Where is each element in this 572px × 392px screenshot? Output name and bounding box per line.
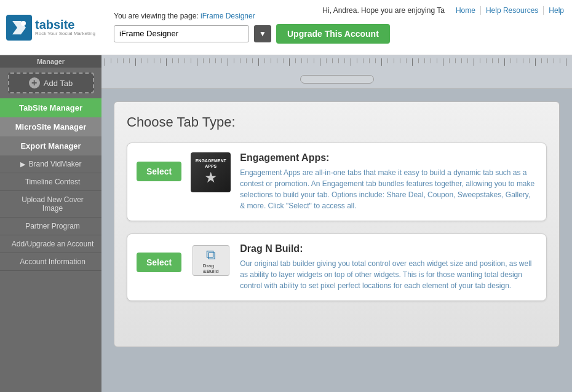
dragnbuild-card-desc: Our original tab builder giving you tota… [240, 258, 537, 291]
layout: Manager + Add Tab TabSite Manager MicroS… [0, 55, 572, 392]
sidebar-item-upload-cover[interactable]: Upload New Cover Image [0, 191, 101, 218]
ruler [101, 55, 572, 89]
add-tab-button[interactable]: + Add Tab [8, 73, 94, 93]
nav-home[interactable]: Home [451, 6, 481, 15]
sidebar-item-label: Upload New Cover Image [11, 195, 94, 213]
drag-icon-inner: ⧉ Drag&Build [193, 245, 229, 276]
video-icon: ▶ [20, 160, 25, 168]
page-select-row: iFrame Designer ▼ Upgrade This Account [114, 24, 560, 44]
logo-tagline: Rock Your Social Marketing [35, 31, 95, 36]
dropdown-arrow-button[interactable]: ▼ [254, 25, 271, 42]
nav-help[interactable]: Help [544, 6, 569, 15]
export-manager-button[interactable]: Export Manager [0, 136, 101, 155]
drag-icon: ⧉ Drag&Build [191, 243, 231, 277]
sidebar-item-add-upgrade-account[interactable]: Add/Upgrade an Account [0, 235, 101, 253]
header-right: Hi, Andrea. Hope you are enjoying Ta Hom… [322, 6, 572, 15]
logo-icon [6, 15, 32, 41]
content-area: Choose Tab Type: Select ENGAGEMENTAPPS ★… [101, 89, 572, 359]
svg-point-2 [21, 21, 26, 26]
sidebar-item-timeline-contest[interactable]: Timeline Contest [0, 173, 101, 191]
header-greeting: Hi, Andrea. Hope you are enjoying Ta [322, 6, 445, 15]
engagement-card-title: Engagement Apps: [240, 152, 537, 163]
sidebar-item-label: Partner Program [25, 222, 80, 230]
cursor-icon: ⧉ [206, 247, 216, 263]
sidebar-item-label: Timeline Contest [25, 178, 81, 186]
viewing-link[interactable]: iFrame Designer [201, 12, 255, 20]
dragnbuild-select-button[interactable]: Select [137, 253, 181, 272]
choose-tab-title: Choose Tab Type: [127, 114, 547, 130]
top-nav: Home Help Resources Help [451, 6, 569, 15]
sidebar-item-label: Brand VidMaker [29, 160, 82, 168]
main: Choose Tab Type: Select ENGAGEMENTAPPS ★… [101, 55, 572, 392]
drag-label: Drag&Build [203, 263, 219, 274]
microsite-manager-button[interactable]: MicroSite Manager [0, 117, 101, 136]
sidebar-item-account-information[interactable]: Account Information [0, 253, 101, 271]
sidebar-item-partner-program[interactable]: Partner Program [0, 218, 101, 235]
engagement-select-button[interactable]: Select [137, 162, 181, 181]
dragnbuild-card-content: Drag N Build: Our original tab builder g… [240, 243, 537, 291]
tabsite-manager-button[interactable]: TabSite Manager [0, 98, 101, 117]
ruler-ticks [101, 55, 572, 66]
engagement-select-col: Select [137, 152, 181, 181]
page-dropdown[interactable]: iFrame Designer [114, 25, 249, 42]
dragnbuild-select-col: Select [137, 243, 181, 272]
sidebar-item-label: Account Information [20, 257, 85, 266]
engagement-card-content: Engagement Apps: Engagement Apps are all… [240, 152, 537, 211]
header: tabsite Rock Your Social Marketing You a… [0, 0, 572, 55]
star-icon: ★ [204, 169, 218, 186]
sidebar-item-brand-vidmaker[interactable]: ▶ Brand VidMaker [0, 155, 101, 173]
engagement-card-desc: Engagement Apps are all-in-one tabs that… [240, 167, 537, 211]
dragnbuild-card-title: Drag N Build: [240, 243, 537, 254]
choose-tab-panel: Choose Tab Type: Select ENGAGEMENTAPPS ★… [114, 101, 560, 347]
logo-text: tabsite [35, 18, 95, 31]
upgrade-button[interactable]: Upgrade This Account [276, 24, 390, 44]
plus-icon: + [29, 77, 40, 88]
nav-help-resources[interactable]: Help Resources [481, 6, 544, 15]
header-middle: You are viewing the page: iFrame Designe… [108, 12, 566, 44]
dragnbuild-card: Select ⧉ Drag&Build Drag N Build: Our or… [127, 233, 547, 301]
sidebar-item-label: Add/Upgrade an Account [12, 240, 93, 248]
add-tab-label: Add Tab [44, 79, 73, 88]
sidebar: Manager + Add Tab TabSite Manager MicroS… [0, 55, 101, 392]
engagement-icon: ENGAGEMENTAPPS ★ [191, 152, 231, 192]
manager-label: Manager [0, 55, 101, 68]
ruler-scrollbar[interactable] [300, 75, 374, 84]
engagement-apps-card: Select ENGAGEMENTAPPS ★ Engagement Apps:… [127, 143, 547, 221]
logo-area: tabsite Rock Your Social Marketing [6, 15, 108, 41]
